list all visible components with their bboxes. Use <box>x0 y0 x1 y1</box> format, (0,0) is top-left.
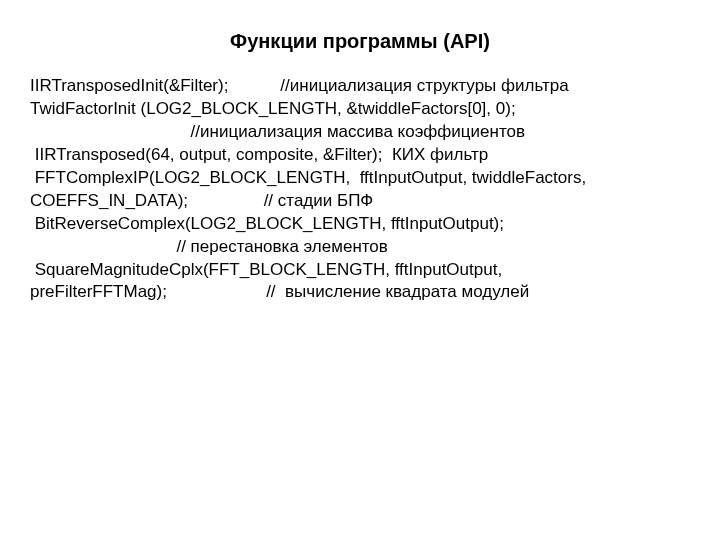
code-line: BitReverseComplex(LOG2_BLOCK_LENGTH, fft… <box>30 213 690 236</box>
document-page: Функции программы (API) IIRTransposedIni… <box>0 0 720 304</box>
code-line: FFTComplexIP(LOG2_BLOCK_LENGTH, fftInput… <box>30 167 690 190</box>
page-title: Функции программы (API) <box>30 30 690 53</box>
code-line: IIRTransposed(64, output, composite, &Fi… <box>30 144 690 167</box>
code-line: TwidFactorInit (LOG2_BLOCK_LENGTH, &twid… <box>30 98 690 121</box>
code-line: COEFFS_IN_DATA); // стадии БПФ <box>30 190 690 213</box>
code-line: preFilterFFTMag); // вычисление квадрата… <box>30 281 690 304</box>
code-line: IIRTransposedInit(&Filter); //инициализа… <box>30 75 690 98</box>
code-line: //инициализация массива коэффициентов <box>30 121 690 144</box>
code-line: SquareMagnitudeCplx(FFT_BLOCK_LENGTH, ff… <box>30 259 690 282</box>
code-line: // перестановка элементов <box>30 236 690 259</box>
